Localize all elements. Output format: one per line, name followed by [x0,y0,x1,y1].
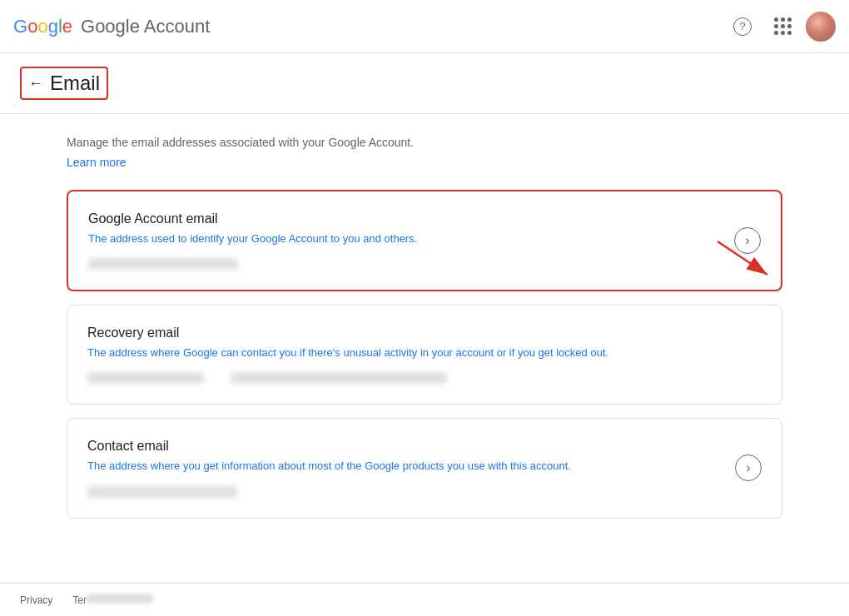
back-button[interactable]: ← Email [20,67,108,100]
contact-email-card[interactable]: Contact email The address where you get … [67,418,782,518]
recovery-col-2 [231,372,447,384]
footer: Privacy Ter [0,583,849,616]
chevron-right-icon-contact[interactable]: › [735,455,762,481]
page-header: ← Email [0,53,849,114]
apps-button[interactable] [766,10,799,43]
logo-o1: o [27,16,37,37]
header: Google Google Account ? [0,0,849,53]
blurred-recovery-1 [87,372,204,384]
recovery-email-card[interactable]: Recovery email The address where Google … [67,305,782,405]
cards-container: Google Account email The address used to… [67,190,782,519]
grid-icon [774,17,792,35]
google-logo: Google [13,16,72,37]
blurred-email-value [88,258,238,270]
recovery-email-columns [87,372,762,384]
content-area: Manage the email addresses associated wi… [0,114,849,539]
recovery-col-1 [87,372,204,384]
app-title: Google Account [81,16,210,37]
help-button[interactable]: ? [726,10,759,43]
logo-o2: o [37,16,47,37]
header-right: ? [726,10,836,43]
page-description: Manage the email addresses associated wi… [67,134,782,152]
card-subtitle-recovery: The address where Google can contact you… [87,345,762,360]
logo-g2: g [48,16,58,37]
back-arrow-icon: ← [28,75,43,92]
page-title: Email [50,72,100,95]
blurred-recovery-2 [231,372,447,384]
learn-more-link[interactable]: Learn more [67,156,127,169]
blurred-contact-value [87,486,237,498]
logo-g: G [13,16,27,37]
privacy-link[interactable]: Privacy [20,594,52,606]
chevron-right-icon[interactable]: › [734,227,761,254]
google-account-email-card[interactable]: Google Account email The address used to… [67,190,782,291]
terms-link[interactable]: Ter [72,594,153,606]
blurred-terms [87,594,153,604]
card-subtitle-google-email: The address used to identify your Google… [88,231,761,246]
card-title-recovery: Recovery email [87,325,762,340]
header-left: Google Google Account [13,16,210,37]
card-title-contact: Contact email [87,439,762,454]
avatar-image [806,12,836,42]
help-icon: ? [733,17,752,36]
avatar[interactable] [806,12,836,42]
red-arrow-annotation [68,191,849,316]
logo-e: e [62,16,72,37]
card-title-google-email: Google Account email [88,211,761,226]
back-row: ← Email [20,67,829,100]
card-subtitle-contact: The address where you get information ab… [87,459,762,474]
